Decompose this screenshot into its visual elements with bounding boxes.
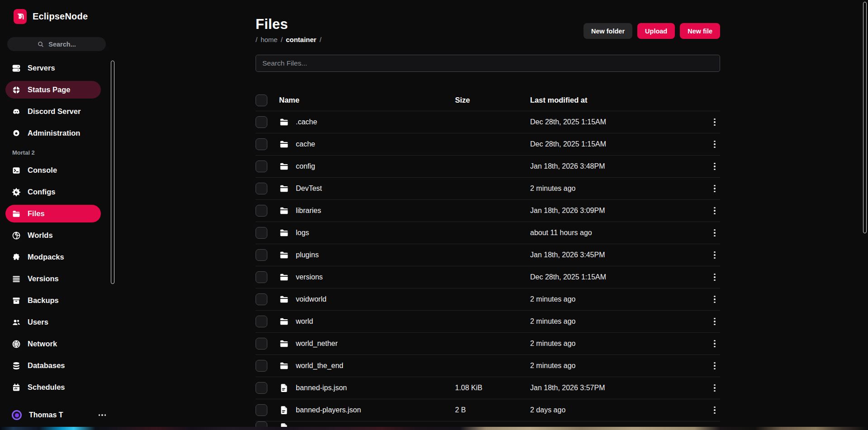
sidebar-item-databases[interactable]: Databases bbox=[5, 357, 101, 374]
table-row[interactable]: logsabout 11 hours ago bbox=[256, 222, 720, 244]
new-file-button[interactable]: New file bbox=[680, 23, 720, 39]
table-row[interactable]: DevTest2 minutes ago bbox=[256, 178, 720, 200]
row-actions-kebab-icon[interactable] bbox=[709, 360, 720, 372]
row-checkbox[interactable] bbox=[256, 382, 267, 394]
row-checkbox[interactable] bbox=[256, 338, 267, 350]
avatar bbox=[12, 410, 22, 420]
row-checkbox[interactable] bbox=[256, 116, 267, 128]
sidebar-scrollbar[interactable] bbox=[111, 61, 114, 284]
sidebar-item-administration[interactable]: Administration bbox=[5, 124, 101, 142]
brand[interactable]: EclipseNode bbox=[14, 9, 88, 24]
sidebar-item-schedules[interactable]: Schedules bbox=[5, 378, 101, 396]
row-checkbox[interactable] bbox=[256, 249, 267, 261]
sidebar-item-network[interactable]: Network bbox=[5, 335, 101, 353]
file-name-cell[interactable]: logs bbox=[279, 228, 455, 238]
row-actions-kebab-icon[interactable] bbox=[709, 294, 720, 305]
file-name-cell[interactable]: banned-players.json bbox=[279, 405, 455, 415]
select-all-checkbox[interactable] bbox=[256, 95, 267, 106]
folder-icon bbox=[279, 361, 289, 371]
sidebar-item-servers[interactable]: Servers bbox=[5, 59, 101, 77]
table-row[interactable]: librariesJan 18th, 2026 3:09PM bbox=[256, 200, 720, 222]
file-name-cell[interactable]: plugins bbox=[279, 250, 455, 260]
row-checkbox[interactable] bbox=[256, 205, 267, 217]
row-checkbox[interactable] bbox=[256, 316, 267, 327]
table-row[interactable]: banned-players.json2 B2 days ago bbox=[256, 399, 720, 421]
file-name-cell[interactable]: .cache bbox=[279, 117, 455, 127]
file-size: 1.08 KiB bbox=[455, 384, 530, 392]
row-actions-kebab-icon[interactable] bbox=[709, 405, 720, 416]
sidebar-item-configs[interactable]: Configs bbox=[5, 183, 101, 201]
new-folder-button[interactable]: New folder bbox=[583, 23, 632, 39]
sidebar-item-versions[interactable]: Versions bbox=[5, 270, 101, 288]
sidebar-item-worlds[interactable]: Worlds bbox=[5, 227, 101, 244]
page-scrollbar[interactable] bbox=[863, 2, 867, 233]
row-checkbox[interactable] bbox=[256, 404, 267, 416]
sidebar-item-label: Versions bbox=[28, 274, 59, 283]
table-row[interactable]: world2 minutes ago bbox=[256, 311, 720, 333]
row-actions-kebab-icon[interactable] bbox=[709, 227, 720, 239]
file-name-cell[interactable]: libraries bbox=[279, 206, 455, 216]
row-actions-kebab-icon[interactable] bbox=[709, 272, 720, 283]
file-name-cell[interactable]: banned-ips.json bbox=[279, 383, 455, 393]
sidebar-item-status-page[interactable]: Status Page bbox=[5, 81, 101, 99]
file-name-cell[interactable]: world bbox=[279, 317, 455, 326]
breadcrumb-segment[interactable]: container bbox=[286, 36, 317, 43]
row-checkbox[interactable] bbox=[256, 183, 267, 194]
row-checkbox[interactable] bbox=[256, 161, 267, 172]
row-checkbox[interactable] bbox=[256, 138, 267, 150]
row-actions-kebab-icon[interactable] bbox=[709, 250, 720, 261]
search-files-input[interactable] bbox=[256, 55, 720, 72]
row-checkbox[interactable] bbox=[256, 360, 267, 372]
folder-icon bbox=[279, 206, 289, 216]
table-row[interactable]: pluginsJan 18th, 2026 3:45PM bbox=[256, 244, 720, 266]
file-name-cell[interactable]: voidworld bbox=[279, 294, 455, 304]
file-name-cell[interactable]: world_the_end bbox=[279, 361, 455, 371]
table-row[interactable]: world_nether2 minutes ago bbox=[256, 333, 720, 355]
user-menu-ellipsis-icon[interactable] bbox=[98, 412, 107, 418]
table-row[interactable]: configJan 18th, 2026 3:48PM bbox=[256, 156, 720, 178]
row-checkbox[interactable] bbox=[256, 227, 267, 239]
row-actions-kebab-icon[interactable] bbox=[709, 205, 720, 217]
row-checkbox[interactable] bbox=[256, 293, 267, 305]
sidebar-item-modpacks[interactable]: Modpacks bbox=[5, 248, 101, 266]
file-name-cell[interactable]: DevTest bbox=[279, 184, 455, 194]
file-modified: Jan 18th, 2026 3:45PM bbox=[530, 251, 709, 259]
user-row[interactable]: Thomas T bbox=[12, 410, 107, 420]
row-actions-kebab-icon[interactable] bbox=[709, 139, 720, 150]
row-actions-kebab-icon[interactable] bbox=[709, 316, 720, 327]
sidebar-item-console[interactable]: Console bbox=[5, 161, 101, 179]
table-row[interactable]: voidworld2 minutes ago bbox=[256, 288, 720, 311]
sidebar-item-backups[interactable]: Backups bbox=[5, 292, 101, 309]
file-name: plugins bbox=[296, 251, 319, 259]
row-actions-kebab-icon[interactable] bbox=[709, 183, 720, 194]
sidebar-item-label: Databases bbox=[28, 361, 65, 370]
table-row[interactable]: .cacheDec 28th, 2025 1:15AM bbox=[256, 111, 720, 133]
row-actions-kebab-icon[interactable] bbox=[709, 161, 720, 172]
sidebar-item-discord-server[interactable]: Discord Server bbox=[5, 103, 101, 120]
table-row[interactable]: world_the_end2 minutes ago bbox=[256, 355, 720, 377]
table-row[interactable]: cacheDec 28th, 2025 1:15AM bbox=[256, 133, 720, 156]
row-actions-kebab-icon[interactable] bbox=[709, 117, 720, 128]
table-row[interactable]: versionsDec 28th, 2025 1:15AM bbox=[256, 266, 720, 288]
column-header-size: Size bbox=[455, 96, 530, 104]
file-modified: 2 minutes ago bbox=[530, 317, 709, 326]
upload-button[interactable]: Upload bbox=[637, 23, 675, 39]
schedules-icon bbox=[11, 383, 21, 392]
file-name-cell[interactable]: cache bbox=[279, 139, 455, 149]
sidebar-section-label: Mortal 2 bbox=[12, 149, 118, 156]
table-row[interactable]: banned-ips.json1.08 KiBJan 18th, 2026 3:… bbox=[256, 377, 720, 399]
sidebar-item-files[interactable]: Files bbox=[5, 205, 101, 222]
row-checkbox[interactable] bbox=[256, 271, 267, 283]
network-icon bbox=[11, 339, 21, 349]
breadcrumb-segment[interactable]: home bbox=[261, 36, 278, 43]
file-name-cell[interactable]: config bbox=[279, 161, 455, 171]
status-page-icon bbox=[11, 85, 21, 95]
file-name-cell[interactable]: versions bbox=[279, 272, 455, 282]
sidebar-item-label: Worlds bbox=[28, 231, 53, 240]
file-name-cell[interactable]: world_nether bbox=[279, 339, 455, 349]
sidebar: EclipseNode Search... ServersStatus Page… bbox=[0, 0, 118, 430]
sidebar-search[interactable]: Search... bbox=[7, 37, 106, 51]
sidebar-item-users[interactable]: Users bbox=[5, 313, 101, 331]
row-actions-kebab-icon[interactable] bbox=[709, 383, 720, 394]
row-actions-kebab-icon[interactable] bbox=[709, 338, 720, 350]
